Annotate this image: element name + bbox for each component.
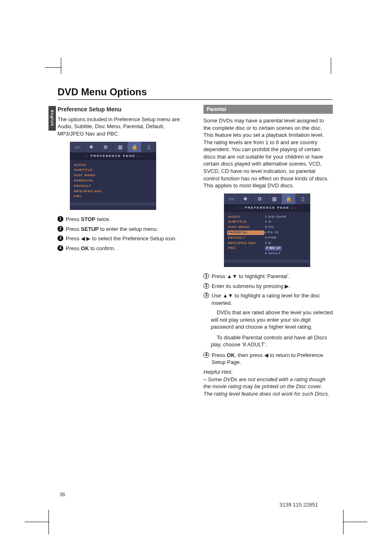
osd-preference-parental: ▭ ✱ ✿ ▦ 🔒 ▯ - - PREFERENCE PAGE - - AUDI… [224, 193, 310, 267]
helpful-hint-body: – Some DVDs are not encoded with a ratin… [203, 376, 333, 398]
r-step-number-1-icon: 1 [203, 273, 209, 279]
osd-icon-audio: ✱ [84, 142, 99, 152]
osd-left-discmenu: DISC MENU [228, 225, 265, 230]
osd-item-parental: PARENTAL [74, 179, 111, 183]
osd-item-discmenu: DISC MENU [74, 173, 111, 178]
osd-icon-video-2: ✿ [253, 193, 267, 204]
right-column: Parental Some DVDs may have a parental l… [203, 105, 333, 397]
page-title: DVD Menu Options [58, 86, 333, 100]
helpful-hint-heading: Helpful Hint: [203, 368, 333, 376]
step-number-1-icon: 1 [58, 216, 63, 222]
r-step-2-text: Enter its submenu by pressing ▶. [212, 283, 333, 290]
osd-icon-row: ▭ ✱ ✿ ▦ 🔒 ▯ [70, 142, 156, 152]
r-step-2: 2 Enter its submenu by pressing ▶. [203, 283, 333, 290]
step-number-4-icon: 4 [58, 245, 63, 251]
step-1-text: Press STOP twice. [66, 216, 187, 223]
osd-icon-display-2: ▦ [267, 193, 281, 204]
page-content: DVD Menu Options Preference Setup Menu T… [58, 86, 333, 397]
osd-left-subtitle: SUBTITLE [228, 220, 265, 224]
parental-section-bar: Parental [203, 105, 333, 114]
osd-item-subtitle: SUBTITLE [74, 168, 111, 173]
osd-footer-bar [70, 203, 156, 206]
footer-code: 3139 115 22851 [279, 502, 318, 508]
r-step-3-extra-1: DVDs that are rated above the level you … [211, 309, 333, 331]
crop-mark-top-right [326, 58, 347, 78]
osd-icon-display: ▦ [113, 142, 127, 152]
step-3: 3 Press ◀ ▶ to select the Preference Set… [58, 235, 187, 242]
osd-right-1: 1 KID SAFE [265, 215, 286, 219]
osd-right-7-selected: 7 NC 17 [265, 246, 282, 251]
osd-icon-row-2: ▭ ✱ ✿ ▦ 🔒 ▯ [224, 193, 310, 204]
osd-item-default: DEFAULT [74, 184, 111, 189]
step-3-text: Press ◀ ▶ to select the Preference Setup… [66, 235, 187, 242]
r-step-3-text: Use ▲▼ to highlight a rating level for t… [212, 292, 333, 306]
r-step-4: 4 Press OK, then press ◀ to return to Pr… [203, 352, 333, 366]
step-4: 4 Press OK to confirm. [58, 245, 187, 252]
osd-right-8: 8 ADULT [265, 251, 281, 256]
osd-icon-lock-2: 🔒 [281, 193, 296, 204]
osd-left-pbc: PBC [228, 246, 265, 251]
osd-icon-video: ✿ [99, 142, 113, 152]
osd-item-audio: AUDIO [74, 163, 111, 168]
preference-intro: The options included in Preference Setup… [58, 116, 187, 138]
step-4-text: Press OK to confirm. [66, 245, 187, 252]
preference-heading: Preference Setup Menu [58, 106, 187, 113]
osd-item-mp3jpeg: MP3/JPEG NAV [74, 189, 111, 194]
step-number-3-icon: 3 [58, 235, 63, 241]
left-column: Preference Setup Menu The options includ… [58, 105, 187, 397]
page-number: 36 [60, 492, 65, 497]
r-step-4-text: Press OK, then press ◀ to return to Pref… [212, 352, 333, 366]
osd-right-3: 3 PG [265, 225, 274, 230]
osd-right-5: 5 PGR [265, 236, 277, 240]
r-step-number-2-icon: 2 [203, 283, 209, 289]
osd-left-mp3jpeg: MP3/JPEG NAV [228, 241, 265, 246]
osd-left-parental-selected: PARENTAL [227, 230, 264, 235]
step-2-text: Press SETUP to enter the setup menu. [66, 226, 187, 233]
osd-icon-lock: 🔒 [127, 142, 142, 152]
osd-left-audio: AUDIO [228, 215, 265, 219]
osd-icon-misc-2: ▯ [296, 193, 310, 204]
osd-item-pbc: PBC [74, 194, 111, 199]
osd-icon-general: ▭ [70, 142, 84, 152]
r-step-1-text: Press ▲▼ to highlight ‘Parental’. [212, 273, 333, 280]
osd-left-default: DEFAULT [228, 236, 265, 240]
osd-page-title: - - PREFERENCE PAGE - - [70, 152, 156, 160]
osd-page-title-2: - - PREFERENCE PAGE - - [224, 204, 310, 212]
osd-footer-bar-2 [224, 260, 310, 263]
step-number-2-icon: 2 [58, 226, 63, 232]
r-step-number-3-icon: 3 [203, 292, 209, 298]
r-step-3-extra-2: To disable Parental controls and have al… [211, 334, 333, 348]
language-side-tab: English [48, 106, 56, 131]
crop-mark-top-left [45, 58, 66, 78]
r-step-3: 3 Use ▲▼ to highlight a rating level for… [203, 292, 333, 306]
osd-icon-misc: ▯ [142, 142, 156, 152]
parental-intro: Some DVDs may have a parental level assi… [203, 117, 333, 189]
crop-mark-bottom-left [25, 506, 53, 534]
osd-icon-general-2: ▭ [224, 193, 238, 204]
r-step-number-4-icon: 4 [203, 352, 209, 358]
osd-right-2: 2 G [265, 220, 271, 224]
r-step-1: 1 Press ▲▼ to highlight ‘Parental’. [203, 273, 333, 280]
osd-icon-audio-2: ✱ [238, 193, 253, 204]
crop-mark-bottom-right [339, 506, 367, 534]
step-2: 2 Press SETUP to enter the setup menu. [58, 226, 187, 233]
osd-preference-simple: ▭ ✱ ✿ ▦ 🔒 ▯ - - PREFERENCE PAGE - - AUDI… [70, 142, 156, 210]
osd-right-4: 4 PG 13 [264, 230, 279, 235]
osd-right-6: 6 R [265, 241, 271, 246]
step-1: 1 Press STOP twice. [58, 216, 187, 223]
